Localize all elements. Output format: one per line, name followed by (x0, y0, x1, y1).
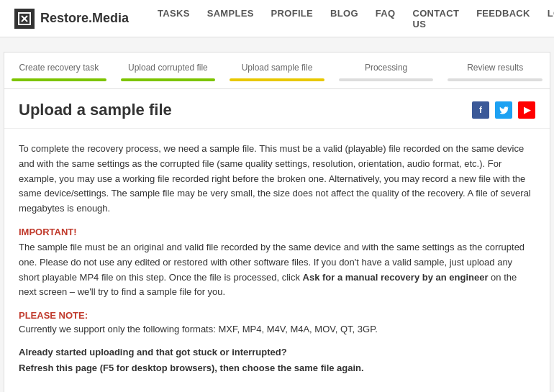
step-label: Create recovery task (19, 63, 99, 73)
social-icons: f ▶ (472, 101, 535, 119)
step-label: Upload corrupted file (128, 63, 208, 73)
nav-faq[interactable]: FAQ (376, 8, 396, 29)
header: Restore.Media TASKS SAMPLES PROFILE BLOG… (0, 0, 554, 37)
step-review-results: Review results (440, 53, 550, 88)
page-title: Upload a sample file (19, 101, 172, 119)
page-header: Upload a sample file f ▶ (4, 89, 550, 129)
step-upload-sample: Upload sample file (222, 53, 332, 88)
step-progress-bar (121, 78, 216, 81)
logo-icon (14, 9, 35, 29)
nav-samples[interactable]: SAMPLES (207, 8, 254, 29)
nav-feedback[interactable]: FEEDBACK (476, 8, 530, 29)
main-container: Create recovery task Upload corrupted fi… (4, 52, 550, 392)
step-progress-bar (12, 78, 106, 81)
main-nav: TASKS SAMPLES PROFILE BLOG FAQ CONTACT U… (158, 8, 554, 29)
facebook-icon[interactable]: f (472, 101, 489, 119)
step-progress-bar (448, 78, 542, 81)
stuck-line1: Already started uploading and that got s… (19, 347, 287, 357)
important-label: IMPORTANT! (19, 227, 535, 237)
step-upload-corrupted: Upload corrupted file (114, 53, 223, 88)
step-processing: Processing (332, 53, 441, 88)
steps-bar: Create recovery task Upload corrupted fi… (4, 53, 550, 89)
step-label: Review results (467, 63, 523, 73)
manual-recovery-link[interactable]: Ask for a manual recovery by an engineer (303, 272, 489, 283)
page-content: To complete the recovery process, we nee… (4, 129, 550, 392)
note-label: PLEASE NOTE: (19, 310, 535, 321)
nav-tasks[interactable]: TASKS (158, 8, 190, 29)
step-create-recovery: Create recovery task (4, 53, 114, 88)
step-progress-bar (339, 78, 434, 81)
twitter-icon[interactable] (495, 101, 512, 119)
nav-profile[interactable]: PROFILE (271, 8, 313, 29)
step-label: Upload sample file (242, 63, 313, 73)
logo-text: Restore.Media (40, 11, 129, 26)
stuck-info: Already started uploading and that got s… (19, 345, 535, 376)
step-label: Processing (365, 63, 407, 73)
youtube-icon[interactable]: ▶ (518, 101, 535, 119)
description-text: To complete the recovery process, we nee… (19, 142, 535, 216)
note-text: Currently we support only the following … (19, 324, 535, 334)
stuck-line2: Refresh this page (F5 for desktop browse… (19, 363, 364, 373)
nav-logout[interactable]: LOGOUT (548, 8, 554, 29)
important-text: The sample file must be an original and … (19, 240, 535, 300)
step-progress-bar (230, 78, 324, 81)
logo[interactable]: Restore.Media (14, 9, 129, 29)
nav-contact-us[interactable]: CONTACT US (412, 8, 459, 29)
nav-blog[interactable]: BLOG (330, 8, 358, 29)
